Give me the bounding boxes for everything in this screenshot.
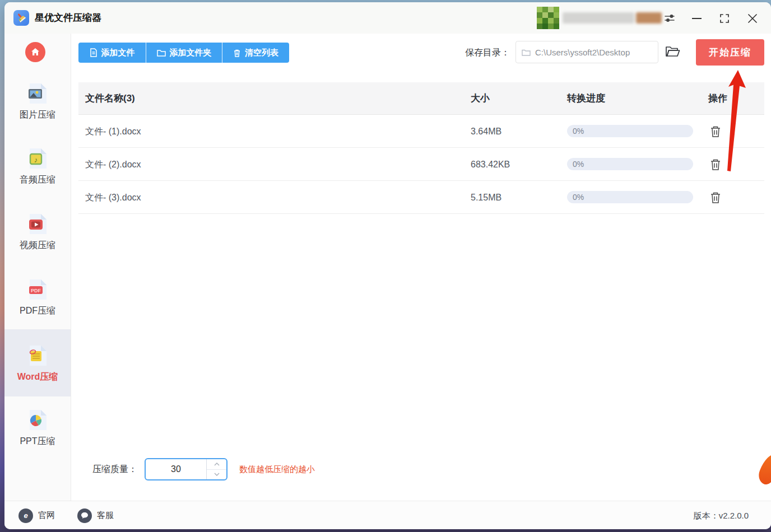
close-button[interactable]: [745, 11, 760, 26]
start-compress-button[interactable]: 开始压缩: [696, 39, 764, 66]
col-name-header: 文件名称(3): [85, 82, 135, 115]
browser-icon: e: [18, 508, 33, 523]
main-panel: 添加文件 添加文件夹 清空列表 保存目录： C:\Users\yssoft2\D…: [71, 34, 771, 501]
file-size: 5.15MB: [471, 181, 501, 214]
video-file-icon: [25, 212, 50, 236]
toolbar: 添加文件 添加文件夹 清空列表: [78, 43, 289, 63]
table-row: 文件- (1).docx 3.64MB 0%: [78, 115, 764, 148]
svg-text:PDF: PDF: [31, 288, 41, 293]
sidebar-item-audio-compress[interactable]: ♪ 音频压缩: [4, 146, 71, 186]
file-icon: [90, 48, 97, 57]
sidebar-item-label: 音频压缩: [20, 174, 55, 186]
folder-icon: [157, 49, 166, 57]
quality-input[interactable]: [146, 459, 206, 479]
settings-sliders-icon[interactable]: [662, 11, 677, 26]
footer: e 官网 客服 版本：v2.2.0.0: [4, 501, 771, 529]
sidebar-item-ppt-compress[interactable]: PPT压缩: [4, 408, 71, 447]
progress-bar: 0%: [567, 191, 693, 203]
save-dir-label: 保存目录：: [465, 43, 510, 63]
file-name: 文件- (3).docx: [85, 181, 141, 214]
official-site-label: 官网: [38, 510, 55, 521]
add-folder-button[interactable]: 添加文件夹: [146, 43, 222, 63]
file-table: 文件名称(3) 大小 转换进度 操作 文件- (1).docx 3.64MB 0…: [78, 82, 764, 214]
sidebar-item-label: PDF压缩: [20, 305, 55, 317]
sidebar-item-label: 图片压缩: [20, 109, 55, 121]
sidebar-item-pdf-compress[interactable]: PDF PDF压缩: [4, 277, 71, 317]
delete-row-button[interactable]: [708, 124, 723, 139]
word-file-icon: [25, 343, 50, 368]
maximize-button[interactable]: [717, 11, 732, 26]
folder-mini-icon: [522, 49, 531, 56]
titlebar: 星优文件压缩器: [4, 2, 771, 34]
progress-bar: 0%: [567, 125, 693, 137]
pdf-file-icon: PDF: [25, 277, 50, 302]
trash-icon: [233, 49, 241, 57]
spin-up-icon[interactable]: [207, 459, 226, 470]
user-avatar[interactable]: [537, 7, 559, 29]
ppt-file-icon: [25, 408, 50, 432]
browse-folder-icon[interactable]: [665, 45, 680, 60]
add-file-button[interactable]: 添加文件: [78, 43, 146, 63]
quality-row: 压缩质量： 数值越低压缩的越小: [71, 458, 771, 480]
table-row: 文件- (2).docx 683.42KB 0%: [78, 148, 764, 181]
minimize-button[interactable]: [689, 11, 704, 26]
user-name-blurred: [563, 12, 662, 24]
version-text: 版本：v2.2.0.0: [694, 501, 749, 529]
svg-text:♪: ♪: [34, 156, 38, 164]
app-window: 星优文件压缩器: [4, 2, 771, 529]
delete-row-button[interactable]: [708, 157, 723, 172]
official-site-link[interactable]: e 官网: [18, 501, 55, 529]
audio-file-icon: ♪: [25, 146, 50, 171]
sidebar-item-label: 视频压缩: [20, 240, 55, 251]
chat-icon: [77, 508, 92, 523]
quality-hint: 数值越低压缩的越小: [239, 458, 315, 480]
quality-label: 压缩质量：: [92, 458, 137, 480]
sidebar-item-label: Word压缩: [17, 371, 58, 383]
col-progress-header: 转换进度: [567, 82, 605, 115]
clear-list-button[interactable]: 清空列表: [222, 43, 289, 63]
progress-text: 0%: [573, 191, 584, 203]
quality-stepper: [145, 458, 227, 480]
save-dir-field[interactable]: C:\Users\yssoft2\Desktop: [515, 41, 658, 63]
file-name: 文件- (1).docx: [85, 115, 141, 148]
file-size: 3.64MB: [471, 115, 501, 148]
sidebar-item-image-compress[interactable]: 图片压缩: [4, 81, 71, 121]
progress-bar: 0%: [567, 158, 693, 170]
app-logo-icon: [13, 10, 29, 26]
delete-row-button[interactable]: [708, 190, 723, 205]
image-file-icon: [25, 81, 50, 106]
save-dir-path: C:\Users\yssoft2\Desktop: [535, 48, 630, 57]
sidebar: 图片压缩 ♪ 音频压缩 视频压缩 PDF: [4, 34, 71, 501]
col-size-header: 大小: [471, 82, 490, 115]
svg-text:e: e: [24, 511, 27, 520]
quality-spinner: [206, 459, 226, 479]
sidebar-item-video-compress[interactable]: 视频压缩: [4, 212, 71, 251]
table-header: 文件名称(3) 大小 转换进度 操作: [78, 82, 764, 115]
support-label: 客服: [97, 510, 114, 521]
support-link[interactable]: 客服: [77, 501, 114, 529]
progress-text: 0%: [573, 158, 584, 170]
file-name: 文件- (2).docx: [85, 148, 141, 181]
col-action-header: 操作: [708, 82, 727, 115]
table-row: 文件- (3).docx 5.15MB 0%: [78, 181, 764, 214]
app-title: 星优文件压缩器: [35, 2, 101, 34]
home-icon[interactable]: [25, 42, 45, 62]
file-size: 683.42KB: [471, 148, 510, 181]
spin-down-icon[interactable]: [207, 470, 226, 480]
sidebar-item-word-compress[interactable]: Word压缩: [4, 329, 71, 396]
sidebar-item-label: PPT压缩: [20, 436, 55, 447]
progress-text: 0%: [573, 125, 584, 137]
